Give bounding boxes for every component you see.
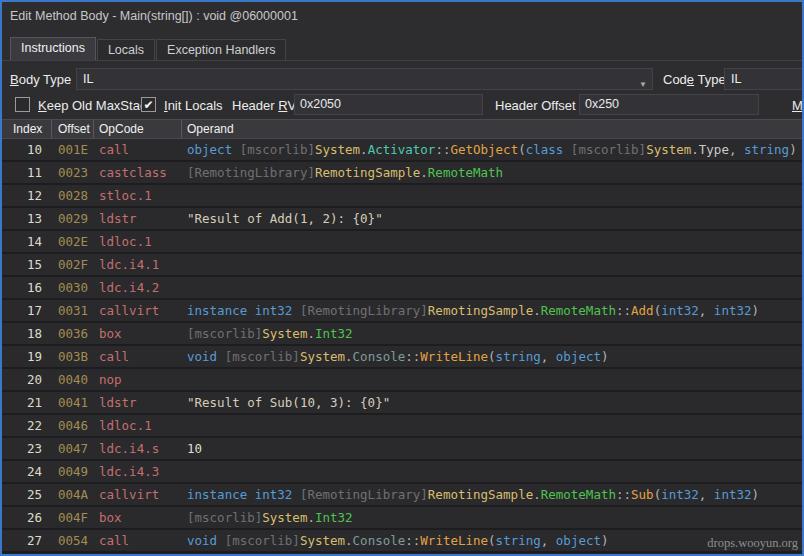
- column-header-offset[interactable]: Offset: [52, 120, 94, 138]
- code-type-value: IL: [731, 72, 741, 86]
- body-type-select[interactable]: IL ▼: [76, 68, 653, 90]
- operand-cell: [182, 369, 802, 390]
- operand-cell: "Result of Add(1, 2): {0}": [182, 208, 802, 229]
- operand-cell: [RemotingLibrary]RemotingSample.RemoteMa…: [182, 162, 802, 183]
- edit-method-body-dialog: Edit Method Body - Main(string[]) : void…: [0, 0, 804, 556]
- init-locals-checkbox[interactable]: ✔: [141, 97, 156, 112]
- table-row[interactable]: 25004Acallvirtinstance int32 [RemotingLi…: [2, 484, 802, 507]
- window-title: Edit Method Body - Main(string[]) : void…: [10, 9, 298, 23]
- table-header: Index Offset OpCode Operand: [2, 119, 802, 139]
- header-offset-label: Header Offset: [495, 98, 576, 113]
- operand-cell: void [mscorlib]System.Console::WriteLine…: [182, 346, 802, 367]
- table-row[interactable]: 14002Eldloc.1: [2, 231, 802, 254]
- table-row[interactable]: 10001Ecallobject [mscorlib]System.Activa…: [2, 139, 802, 162]
- operand-cell: [mscorlib]System.Int32: [182, 323, 802, 344]
- operand-cell: instance int32 [RemotingLibrary]Remoting…: [182, 300, 802, 321]
- operand-cell: [182, 415, 802, 436]
- maxstack-label: MaxStack: [792, 98, 804, 113]
- tab-instructions[interactable]: Instructions: [10, 37, 96, 60]
- column-header-index[interactable]: Index: [2, 120, 52, 138]
- table-row[interactable]: 110023castclass[RemotingLibrary]Remoting…: [2, 162, 802, 185]
- table-row[interactable]: 240049ldc.i4.3: [2, 461, 802, 484]
- table-row[interactable]: 180036box[mscorlib]System.Int32: [2, 323, 802, 346]
- code-type-label: Code Type: [663, 72, 726, 87]
- tabstrip-divider: [2, 60, 802, 61]
- table-row[interactable]: 160030ldc.i4.2: [2, 277, 802, 300]
- tab-strip: Instructions Locals Exception Handlers: [10, 37, 287, 60]
- operand-cell: [182, 185, 802, 206]
- tab-locals[interactable]: Locals: [97, 39, 155, 60]
- table-row[interactable]: 220046ldloc.1: [2, 415, 802, 438]
- operand-cell: [182, 277, 802, 298]
- body-type-label: Body Type: [10, 72, 71, 87]
- init-locals-label: Init Locals: [164, 98, 223, 113]
- operand-cell: 10: [182, 438, 802, 459]
- operand-cell: "Result of Sub(10, 3): {0}": [182, 392, 802, 413]
- operand-cell: [182, 461, 802, 482]
- body-type-value: IL: [83, 72, 93, 86]
- operand-cell: [182, 254, 802, 275]
- operand-cell: instance int32 [RemotingLibrary]Remoting…: [182, 484, 802, 505]
- table-row[interactable]: 230047ldc.i4.s10: [2, 438, 802, 461]
- table-row[interactable]: 210041ldstr"Result of Sub(10, 3): {0}": [2, 392, 802, 415]
- table-row[interactable]: 170031callvirtinstance int32 [RemotingLi…: [2, 300, 802, 323]
- watermark: drops.wooyun.org: [707, 536, 798, 551]
- column-header-operand[interactable]: Operand: [182, 120, 802, 138]
- header-offset-input[interactable]: 0x250: [579, 94, 759, 115]
- table-row[interactable]: 200040nop: [2, 369, 802, 392]
- table-row[interactable]: 15002Fldc.i4.1: [2, 254, 802, 277]
- instructions-grid: 10001Ecallobject [mscorlib]System.Activa…: [2, 139, 802, 554]
- checkmark-icon: ✔: [143, 98, 153, 112]
- table-row[interactable]: 26004Fbox[mscorlib]System.Int32: [2, 507, 802, 530]
- keep-old-maxstack-label: Keep Old MaxStack: [38, 98, 153, 113]
- operand-cell: object [mscorlib]System.Activator::GetOb…: [182, 139, 802, 160]
- header-rva-input[interactable]: 0x2050: [294, 94, 483, 115]
- keep-old-maxstack-checkbox[interactable]: [15, 97, 30, 112]
- code-type-select[interactable]: IL: [724, 68, 804, 90]
- column-header-opcode[interactable]: OpCode: [94, 120, 182, 138]
- chevron-down-icon: ▼: [639, 75, 647, 95]
- tab-exception-handlers[interactable]: Exception Handlers: [156, 39, 286, 60]
- table-row[interactable]: 130029ldstr"Result of Add(1, 2): {0}": [2, 208, 802, 231]
- table-row[interactable]: 270054callvoid [mscorlib]System.Console:…: [2, 530, 802, 553]
- operand-cell: [182, 231, 802, 252]
- operand-cell: [mscorlib]System.Int32: [182, 507, 802, 528]
- table-row[interactable]: 120028stloc.1: [2, 185, 802, 208]
- table-row[interactable]: 19003Bcallvoid [mscorlib]System.Console:…: [2, 346, 802, 369]
